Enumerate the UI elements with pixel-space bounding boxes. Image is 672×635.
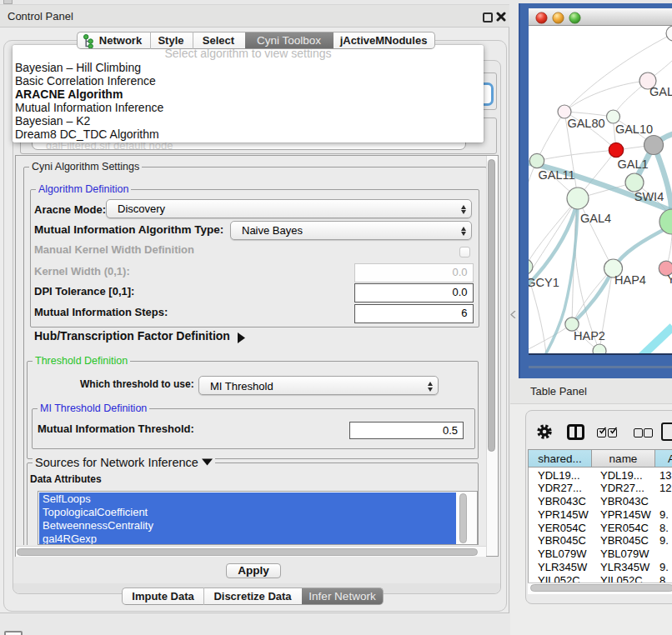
svg-text:GAL4: GAL4 — [580, 212, 611, 225]
svg-text:GCY1: GCY1 — [529, 276, 559, 289]
svg-text:SWI4: SWI4 — [634, 190, 664, 203]
svg-text:GAL80: GAL80 — [567, 117, 604, 130]
svg-text:HAP2: HAP2 — [574, 329, 605, 342]
svg-text:GAL2: GAL2 — [649, 85, 672, 98]
svg-text:GAL11: GAL11 — [538, 168, 574, 182]
svg-text:HAP4: HAP4 — [614, 273, 646, 287]
svg-text:Y: Y — [667, 272, 672, 286]
svg-text:GAL10: GAL10 — [615, 122, 653, 136]
svg-text:GAL1: GAL1 — [617, 158, 648, 171]
